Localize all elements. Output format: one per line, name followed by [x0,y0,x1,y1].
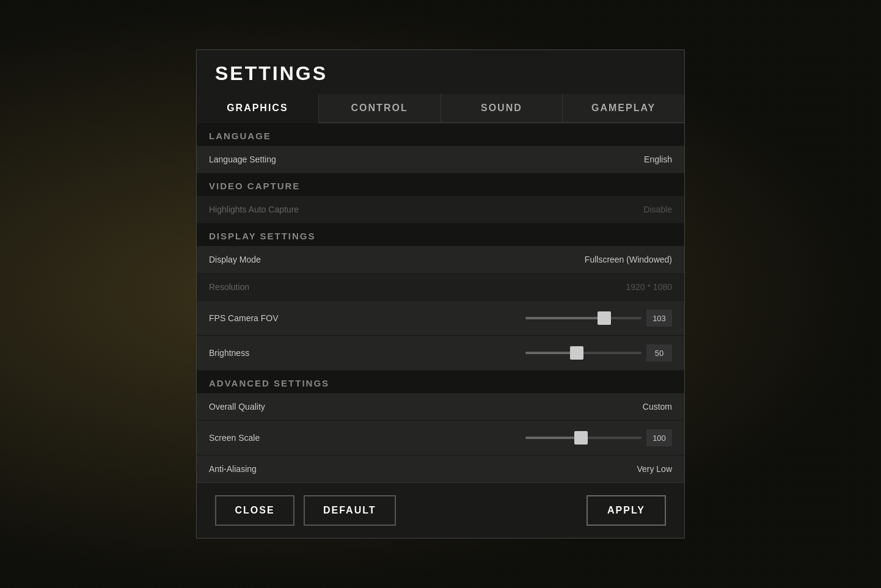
fps-fov-track [525,317,642,319]
brightness-fill [525,352,577,354]
apply-button[interactable]: APPLY [587,495,666,526]
title-bar: SETTINGS [197,50,684,94]
close-button[interactable]: CLOSE [215,495,294,526]
screen-scale-fill [525,437,581,439]
label-overall-quality: Overall Quality [209,402,574,412]
label-brightness: Brightness [209,348,525,358]
settings-scroll-wrapper: LANGUAGE Language Setting English VIDEO … [197,123,684,482]
section-header-language: LANGUAGE [197,123,684,146]
slider-fps-camera-fov[interactable] [525,310,672,327]
fps-fov-thumb[interactable] [598,311,611,325]
brightness-thumb[interactable] [570,346,583,360]
label-anti-aliasing: Anti-Aliasing [209,464,574,474]
default-button[interactable]: DEFAULT [304,495,396,526]
value-highlights-auto-capture: Disable [574,205,672,214]
tabs-row: GRAPHICS CONTROL SOUND GAMEPLAY [197,94,684,123]
value-overall-quality[interactable]: Custom [574,402,672,412]
row-anti-aliasing: Anti-Aliasing Very Low [197,456,684,482]
label-fps-camera-fov: FPS Camera FOV [209,313,525,323]
screen-scale-value[interactable] [646,429,672,446]
page-title: SETTINGS [215,62,666,85]
screen-scale-track [525,437,642,439]
tab-sound[interactable]: SOUND [441,94,563,122]
tab-control[interactable]: CONTROL [319,94,441,122]
row-language-setting: Language Setting English [197,146,684,173]
section-header-video-capture: VIDEO CAPTURE [197,173,684,196]
label-language-setting: Language Setting [209,154,574,164]
row-resolution: Resolution 1920 * 1080 [197,274,684,301]
row-brightness: Brightness [197,336,684,371]
slider-brightness[interactable] [525,344,672,361]
label-screen-scale: Screen Scale [209,433,525,443]
row-screen-scale: Screen Scale [197,421,684,456]
tab-gameplay[interactable]: GAMEPLAY [563,94,684,122]
row-display-mode: Display Mode Fullscreen (Windowed) [197,246,684,274]
label-resolution: Resolution [209,282,574,292]
brightness-track [525,352,642,354]
brightness-value[interactable] [646,344,672,361]
tab-graphics[interactable]: GRAPHICS [197,94,319,123]
footer-buttons: CLOSE DEFAULT APPLY [197,482,684,538]
value-anti-aliasing[interactable]: Very Low [574,464,672,474]
section-header-display-settings: DISPLAY SETTINGS [197,223,684,246]
fps-fov-fill [525,317,604,319]
value-language-setting[interactable]: English [574,154,672,164]
row-overall-quality: Overall Quality Custom [197,393,684,421]
fps-fov-value[interactable] [646,310,672,327]
settings-modal: SETTINGS GRAPHICS CONTROL SOUND GAMEPLAY… [196,49,685,539]
label-highlights-auto-capture: Highlights Auto Capture [209,205,574,214]
label-display-mode: Display Mode [209,255,574,264]
row-highlights-auto-capture: Highlights Auto Capture Disable [197,196,684,223]
screen-scale-thumb[interactable] [574,431,588,445]
section-header-advanced-settings: ADVANCED SETTINGS [197,371,684,393]
settings-body: LANGUAGE Language Setting English VIDEO … [197,123,684,482]
slider-screen-scale[interactable] [525,429,672,446]
value-display-mode[interactable]: Fullscreen (Windowed) [574,255,672,264]
row-fps-camera-fov: FPS Camera FOV [197,301,684,336]
value-resolution: 1920 * 1080 [574,282,672,292]
